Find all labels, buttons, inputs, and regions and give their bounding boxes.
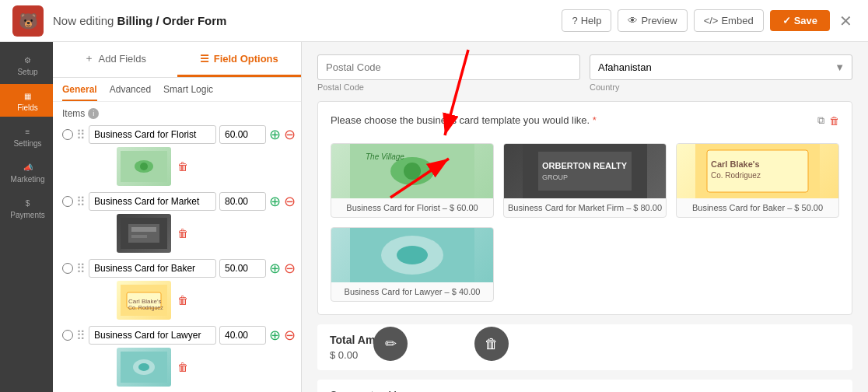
drag-handle-4[interactable]: ⠿ [76,328,86,343]
code-icon: </> [704,15,719,26]
preview-button[interactable]: 👁 Preview [618,9,687,32]
header-title: Now editing Billing / Order Form [53,14,552,27]
add-item-3[interactable]: ⊕ [269,260,281,277]
choice-item-florist[interactable]: The Village Business Card for Florist – … [331,143,494,218]
field-image-row-1: 🗑 [62,147,292,186]
inner-tabs: General Advanced Smart Logic [53,78,301,102]
tab-add-fields[interactable]: ＋ Add Fields [53,42,177,77]
item-name-2[interactable] [89,192,216,211]
item-price-3[interactable] [219,259,266,278]
close-button[interactable]: ✕ [836,9,856,33]
empty-choice-2 [503,227,667,302]
country-label: Country [590,82,852,92]
choice-img-market: ORBERTON REALTYGROUP [504,144,666,198]
field-image-row-2: 🗑 [62,214,292,253]
item-name-4[interactable] [89,326,216,345]
svg-rect-4 [128,224,159,243]
item-image-4 [117,348,171,387]
help-button[interactable]: ? Help [562,9,611,32]
dollar-icon: $ [26,199,30,208]
remove-item-1[interactable]: ⊖ [284,126,296,143]
logo-icon: 🐻 [19,12,38,30]
field-image-row-3: Carl Blake'sCo. Rodriguez 🗑 [62,281,292,320]
field-item-row: ⠿ ⊕ ⊖ [62,125,292,144]
choice-item-lawyer[interactable]: Business Card for Lawyer – $ 40.00 [331,227,494,302]
sidebar-nav: ⚙ Setup ▦ Fields ≡ Settings 📣 Marketing … [0,42,53,392]
comment-section: Comment or Message [317,380,852,392]
choice-item-baker[interactable]: Carl Blake'sCo. Rodriguez Business Card … [676,143,839,218]
empty-choice-3 [676,227,839,302]
item-name-3[interactable] [89,259,216,278]
logo: 🐻 [12,5,44,37]
fields-icon: ▦ [24,92,31,100]
choice-label-florist: Business Card for Florist – $ 60.00 [331,198,493,217]
choices-grid: The Village Business Card for Florist – … [331,143,839,218]
choices-title: Please choose the business card template… [331,114,597,126]
remove-item-3[interactable]: ⊖ [284,260,296,277]
fab-edit-button[interactable]: ✏ [373,327,408,361]
item-price-2[interactable] [219,192,266,211]
main-content: Postal Code Afahanistan ▼ Country Please… [302,42,868,392]
remove-item-4[interactable]: ⊖ [284,327,296,344]
drag-handle-1[interactable]: ⠿ [76,128,86,142]
field-image-row-4: 🗑 [62,348,292,387]
required-indicator: * [593,114,597,126]
choice-img-lawyer [331,228,493,282]
field-panel-tabs: ＋ Add Fields ☰ Field Options [53,42,301,78]
megaphone-icon: 📣 [23,163,33,172]
delete-image-4[interactable]: 🗑 [177,361,188,373]
item-radio-3[interactable] [62,263,73,274]
choice-label-baker: Business Card for Baker – $ 50.00 [677,198,838,217]
remove-item-2[interactable]: ⊖ [284,193,296,210]
svg-point-13 [138,363,149,371]
country-field: Afahanistan ▼ Country [590,54,852,92]
tab-field-options[interactable]: ☰ Field Options [177,42,302,77]
sliders-icon: ≡ [26,128,30,136]
tab-general[interactable]: General [62,84,97,101]
header-actions: ? Help 👁 Preview </> Embed ✓ Save ✕ [562,9,856,33]
sidebar-item-fields[interactable]: ▦ Fields [0,84,53,117]
item-image-1 [117,147,171,186]
sidebar-item-setup[interactable]: ⚙ Setup [0,48,53,81]
item-radio-4[interactable] [62,330,73,341]
drag-handle-3[interactable]: ⠿ [76,261,86,276]
save-button[interactable]: ✓ Save [770,10,830,31]
svg-text:The Village: The Village [366,152,404,161]
svg-text:Co. Rodriguez: Co. Rodriguez [711,171,761,180]
help-icon: ? [572,15,577,26]
sidebar-item-marketing[interactable]: 📣 Marketing [0,156,53,188]
tab-advanced[interactable]: Advanced [110,84,151,101]
add-item-1[interactable]: ⊕ [269,126,281,143]
items-label: Items i [62,108,292,119]
svg-rect-5 [131,227,156,232]
choice-label-lawyer: Business Card for Lawyer – $ 40.00 [331,282,493,301]
drag-handle-2[interactable]: ⠿ [76,194,86,209]
delete-image-1[interactable]: 🗑 [177,160,188,173]
svg-point-28 [397,246,428,264]
copy-section-button[interactable]: ⧉ [817,114,824,127]
delete-image-3[interactable]: 🗑 [177,294,188,306]
item-radio-1[interactable] [62,129,73,140]
svg-text:Co. Rodriguez: Co. Rodriguez [128,305,163,311]
item-name-1[interactable] [89,125,216,144]
svg-text:ORBERTON REALTY: ORBERTON REALTY [542,161,628,170]
choices-grid-row2: Business Card for Lawyer – $ 40.00 [331,227,839,302]
item-price-1[interactable] [219,125,266,144]
choice-item-market[interactable]: ORBERTON REALTYGROUP Business Card for M… [503,143,667,218]
eye-icon: 👁 [628,15,638,26]
country-select[interactable]: Afahanistan [590,54,852,80]
item-price-4[interactable] [219,326,266,345]
embed-button[interactable]: </> Embed [694,9,764,32]
tab-smart-logic[interactable]: Smart Logic [163,84,213,101]
postal-code-field: Postal Code [317,54,580,92]
sidebar-item-payments[interactable]: $ Payments [0,191,53,224]
sidebar-item-settings[interactable]: ≡ Settings [0,120,53,152]
item-radio-2[interactable] [62,196,73,207]
add-item-2[interactable]: ⊕ [269,193,281,210]
choice-label-market: Business Card for Market Firm – $ 80.00 [504,198,666,217]
delete-section-button[interactable]: 🗑 [829,114,839,127]
postal-code-input[interactable] [317,54,580,80]
fab-delete-button[interactable]: 🗑 [474,327,509,361]
delete-image-2[interactable]: 🗑 [177,227,188,240]
add-item-4[interactable]: ⊕ [269,327,281,344]
